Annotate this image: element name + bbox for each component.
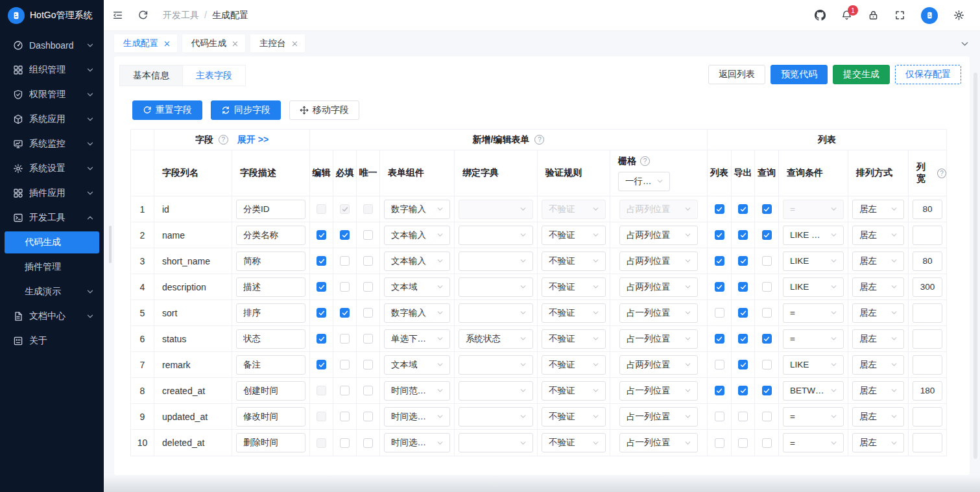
validate-rule-select[interactable]: 不验证 (542, 433, 606, 452)
export-checkbox[interactable] (738, 334, 748, 344)
align-select[interactable]: 居左 (852, 226, 904, 245)
bind-dict-select[interactable] (459, 407, 533, 427)
sidebar-item-sys-setting[interactable]: 系统设置 (0, 156, 104, 181)
validate-rule-select[interactable]: 不验证 (542, 277, 606, 297)
validate-rule-select[interactable]: 不验证 (542, 329, 606, 349)
sidebar-item-dashboard[interactable]: Dashboard (0, 33, 104, 58)
column-width-input[interactable] (913, 355, 942, 375)
column-width-input[interactable] (913, 277, 942, 297)
grid-span-select[interactable]: 占两列位置 (619, 355, 698, 375)
validate-rule-select[interactable]: 不验证 (542, 303, 606, 323)
help-icon[interactable] (937, 169, 946, 178)
query-checkbox[interactable] (762, 204, 772, 214)
edit-checkbox[interactable] (317, 230, 326, 240)
edit-checkbox[interactable] (317, 334, 326, 344)
export-checkbox[interactable] (738, 256, 748, 266)
unique-checkbox[interactable] (363, 230, 373, 240)
required-checkbox[interactable] (340, 308, 350, 318)
align-select[interactable]: 居左 (852, 200, 904, 219)
tab-main-fields[interactable]: 主表字段 (183, 65, 246, 86)
app-logo[interactable]: HotGo管理系统 (0, 0, 104, 31)
form-widget-select[interactable]: 时间选择(Y-... (384, 407, 450, 427)
required-checkbox[interactable] (340, 334, 350, 344)
align-select[interactable]: 居左 (852, 329, 904, 349)
grid-span-select[interactable]: 占两列位置 (619, 252, 698, 271)
export-checkbox[interactable] (738, 308, 748, 318)
query-checkbox[interactable] (762, 386, 772, 395)
field-desc-input[interactable] (236, 252, 305, 271)
breadcrumb-section[interactable]: 开发工具 (163, 10, 199, 21)
export-checkbox[interactable] (738, 282, 748, 292)
column-width-input[interactable] (913, 200, 942, 219)
list-checkbox[interactable] (715, 256, 724, 266)
sidebar-item-org-manage[interactable]: 组织管理 (0, 58, 104, 82)
form-widget-select[interactable]: 数字输入 (384, 303, 450, 323)
column-width-input[interactable] (913, 433, 942, 452)
unique-checkbox[interactable] (363, 256, 373, 266)
query-checkbox[interactable] (762, 256, 772, 266)
close-icon[interactable] (163, 40, 171, 47)
export-checkbox[interactable] (738, 230, 748, 240)
field-desc-input[interactable] (236, 407, 305, 427)
column-width-input[interactable] (913, 329, 942, 349)
submit-generate-button[interactable]: 提交生成 (833, 65, 890, 84)
grid-span-select[interactable]: 占一列位置 (619, 329, 698, 349)
back-to-list-button[interactable]: 返回列表 (708, 65, 765, 84)
page-tab-chip[interactable]: 代码生成 (182, 34, 245, 53)
column-width-input[interactable] (913, 226, 942, 245)
unique-checkbox[interactable] (363, 360, 373, 369)
export-checkbox[interactable] (738, 204, 748, 214)
page-tab-chip[interactable]: 生成配置 (114, 34, 177, 53)
query-cond-select[interactable]: = (783, 303, 844, 323)
field-desc-input[interactable] (236, 381, 305, 401)
list-checkbox[interactable] (715, 230, 724, 240)
github-icon[interactable] (815, 10, 826, 21)
validate-rule-select[interactable]: 不验证 (542, 407, 606, 427)
edit-checkbox[interactable] (317, 282, 326, 292)
preview-code-button[interactable]: 预览代码 (771, 65, 828, 84)
field-desc-input[interactable] (236, 277, 305, 297)
query-checkbox[interactable] (762, 412, 772, 421)
field-desc-input[interactable] (236, 355, 305, 375)
sync-fields-button[interactable]: 同步字段 (211, 100, 281, 120)
edit-checkbox[interactable] (317, 360, 326, 369)
edit-checkbox[interactable] (317, 256, 326, 266)
save-config-only-button[interactable]: 仅保存配置 (895, 65, 961, 84)
export-checkbox[interactable] (738, 386, 748, 395)
query-checkbox[interactable] (762, 230, 772, 240)
grid-layout-select[interactable]: 一行两列 (618, 172, 670, 191)
query-cond-select[interactable]: = (783, 433, 844, 452)
help-icon[interactable] (219, 135, 228, 145)
unique-checkbox[interactable] (363, 308, 373, 318)
column-width-input[interactable] (913, 381, 942, 401)
validate-rule-select[interactable]: 不验证 (542, 226, 606, 245)
export-checkbox[interactable] (738, 412, 748, 421)
scrollbar-thumb[interactable] (974, 73, 977, 459)
field-desc-input[interactable] (236, 226, 305, 245)
list-checkbox[interactable] (715, 282, 724, 292)
align-select[interactable]: 居左 (852, 381, 904, 401)
bind-dict-select[interactable] (459, 433, 533, 452)
grid-span-select[interactable]: 占两列位置 (619, 226, 698, 245)
column-width-input[interactable] (913, 303, 942, 323)
required-checkbox[interactable] (340, 386, 350, 395)
sidebar-item-dev-tools[interactable]: 开发工具 (0, 205, 104, 230)
form-widget-select[interactable]: 文本输入 (384, 226, 450, 245)
query-cond-select[interactable]: LIKE (783, 252, 844, 271)
validate-rule-select[interactable]: 不验证 (542, 381, 606, 401)
align-select[interactable]: 居左 (852, 433, 904, 452)
query-cond-select[interactable]: = (783, 329, 844, 349)
form-widget-select[interactable]: 数字输入 (384, 200, 450, 219)
list-checkbox[interactable] (715, 204, 724, 214)
validate-rule-select[interactable]: 不验证 (542, 252, 606, 271)
form-widget-select[interactable]: 文本输入 (384, 252, 450, 271)
lock-icon[interactable] (868, 10, 879, 21)
tab-basic-info[interactable]: 基本信息 (119, 65, 183, 86)
settings-gear-icon[interactable] (953, 10, 964, 21)
help-icon[interactable] (640, 156, 650, 166)
align-select[interactable]: 居左 (852, 407, 904, 427)
sidebar-item-sys-monitor[interactable]: 系统监控 (0, 132, 104, 156)
grid-span-select[interactable]: 占两列位置 (619, 277, 698, 297)
column-width-input[interactable] (913, 252, 942, 271)
sidebar-item-gen-demo[interactable]: 生成演示 (0, 279, 104, 304)
